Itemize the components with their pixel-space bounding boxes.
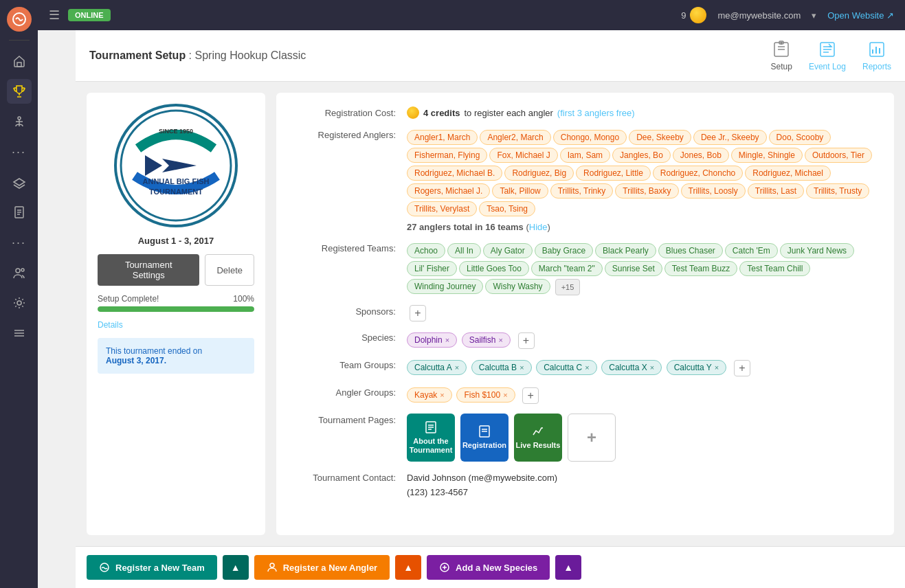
contact-label: Tournament Contact: (293, 471, 396, 483)
progress-fill (98, 306, 254, 312)
user-email[interactable]: me@mywebsite.com (717, 10, 801, 21)
status-badge: ONLINE (68, 9, 111, 21)
team-tag: Lil' Fisher (407, 261, 457, 276)
sidebar-item-anchor[interactable] (7, 109, 32, 134)
team-groups-row: Team Groups: Calcutta A × Calcutta B × C… (293, 359, 878, 376)
team-tag: Baby Grace (535, 243, 593, 258)
sidebar-item-document[interactable] (7, 200, 32, 225)
sidebar-item-trophy[interactable] (7, 79, 32, 104)
registered-anglers-row: Registered Anglers: Angler1, MarchAngler… (293, 128, 878, 232)
angler-tag: Rodriguez, Michael B. (407, 166, 502, 181)
remove-calcutta-a[interactable]: × (455, 363, 459, 372)
angler-tag: Fox, Michael J (489, 148, 557, 163)
tournament-settings-button[interactable]: Tournament Settings (98, 254, 199, 286)
angler-tag: Dee Jr., Skeeby (693, 130, 767, 145)
remove-sailfish[interactable]: × (498, 336, 502, 344)
remove-kayak[interactable]: × (440, 391, 444, 399)
angler-tag: Rodriguez, Michael (745, 166, 831, 181)
team-group-calcutta-c: Calcutta C × (536, 360, 596, 375)
team-tag: Black Pearly (595, 243, 656, 258)
team-tag: Wishy Washy (485, 279, 550, 294)
species-tag-dolphin: Dolphin × (407, 332, 457, 348)
register-team-button[interactable]: Register a New Team (87, 555, 217, 580)
team-group-calcutta-b: Calcutta B × (471, 360, 532, 375)
angler-tag: Outdoors, Tier (805, 148, 872, 163)
details-link[interactable]: Details (98, 320, 123, 330)
open-website-link[interactable]: Open Website ↗ (827, 10, 894, 21)
add-angler-group-button[interactable]: + (522, 387, 539, 404)
svg-rect-1 (17, 63, 21, 67)
register-angler-chevron[interactable]: ▲ (395, 555, 421, 580)
team-group-calcutta-y: Calcutta Y × (667, 360, 727, 375)
svg-text:TOURNAMENT: TOURNAMENT (149, 188, 203, 196)
sidebar-item-dots1[interactable]: ··· (7, 139, 32, 164)
remove-dolphin[interactable]: × (445, 336, 449, 344)
add-team-group-button[interactable]: + (734, 360, 750, 376)
sidebar-item-settings[interactable] (7, 291, 32, 315)
remove-calcutta-b[interactable]: × (519, 363, 524, 372)
angler-tag: Angler1, March (407, 130, 478, 145)
reg-cost-label: Registration Cost: (293, 106, 396, 118)
add-species-button[interactable]: Add a New Species (427, 555, 550, 580)
register-angler-button[interactable]: Register a New Angler (254, 555, 390, 580)
add-team-button[interactable]: +15 (555, 279, 581, 295)
ended-notice: This tournament ended on August 3, 2017. (98, 338, 254, 374)
sidebar-divider-1 (9, 40, 30, 41)
page-card-registration[interactable]: Registration (460, 414, 509, 462)
tournament-pages-label: Tournament Pages: (293, 414, 396, 425)
contact-value: David Johnson (me@mywebsite.com) (123) 1… (407, 471, 878, 500)
angler-tag: Angler2, March (480, 130, 550, 145)
action-reports[interactable]: Reports (862, 40, 891, 71)
angler-tag: Trillits, Trusty (806, 183, 869, 199)
action-setup[interactable]: Setup (771, 40, 792, 71)
angler-tag: Iam, Sam (560, 148, 610, 163)
sidebar-item-list[interactable] (7, 321, 32, 346)
sidebar-item-layers[interactable] (7, 170, 32, 194)
email-chevron[interactable]: ▾ (812, 10, 816, 21)
angler-groups-label: Angler Groups: (293, 386, 396, 398)
angler-tag: Fisherman, Flying (407, 148, 487, 163)
registered-teams-row: Registered Teams: AchooAll InAly GatorBa… (293, 242, 878, 295)
angler-tag: Dee, Skeeby (629, 130, 691, 145)
tournament-pages-row: Tournament Pages: About the Tournam (293, 414, 878, 462)
angler-groups-value: Kayak × Fish $100 × + (407, 386, 878, 404)
page-card-about[interactable]: About the Tournament (407, 414, 455, 462)
credits-count: 9 (681, 10, 686, 21)
left-panel: SINCE 1950 ANNUAL BIG FISH TOURNAMENT Au… (87, 93, 265, 535)
sidebar-item-home[interactable] (7, 49, 32, 74)
header-actions: Setup Event Log Repor (771, 40, 891, 71)
register-team-chevron[interactable]: ▲ (223, 555, 249, 580)
add-sponsor-button[interactable]: + (410, 305, 426, 321)
angler-tag: Trillits, Trinky (550, 183, 614, 199)
angler-tag: Mingle, Shingle (731, 148, 803, 163)
action-event-log[interactable]: Event Log (809, 40, 846, 71)
topbar: ☰ ONLINE 9 me@mywebsite.com ▾ Open Websi… (38, 0, 905, 30)
remove-calcutta-x[interactable]: × (650, 363, 654, 372)
team-tag: Blues Chaser (658, 243, 723, 258)
add-species-small-button[interactable]: + (518, 332, 535, 349)
team-tag: Winding Journey (407, 279, 483, 294)
delete-button[interactable]: Delete (205, 254, 254, 286)
svg-point-2 (18, 117, 21, 120)
angler-tag: Jangles, Bo (612, 148, 671, 163)
add-species-chevron[interactable]: ▲ (555, 555, 581, 580)
sponsors-value: + (407, 305, 878, 321)
remove-calcutta-c[interactable]: × (585, 363, 589, 372)
main-content: Tournament Setup : Spring Hookup Classic… (76, 30, 905, 588)
species-row: Species: Dolphin × Sailfish × + (293, 331, 878, 349)
angler-tag: Jones, Bob (673, 148, 729, 163)
team-groups-value: Calcutta A × Calcutta B × Calcutta C × (407, 359, 878, 376)
menu-icon[interactable]: ☰ (49, 8, 60, 23)
sidebar-item-users[interactable] (7, 260, 32, 285)
remove-calcutta-y[interactable]: × (715, 363, 719, 372)
anglers-label: Registered Anglers: (293, 128, 396, 140)
angler-tag: Trillits, Verylast (407, 201, 477, 216)
sidebar-logo[interactable] (7, 7, 32, 32)
sponsors-row: Sponsors: + (293, 305, 878, 321)
page-card-add[interactable]: + (568, 414, 616, 462)
remove-fish100[interactable]: × (503, 391, 507, 399)
hide-anglers-link[interactable]: Hide (529, 222, 548, 232)
registration-cost-row: Registration Cost: 4 credits to register… (293, 106, 878, 119)
sidebar-item-dots2[interactable]: ··· (7, 230, 32, 255)
page-card-live-results[interactable]: Live Results (514, 414, 562, 462)
